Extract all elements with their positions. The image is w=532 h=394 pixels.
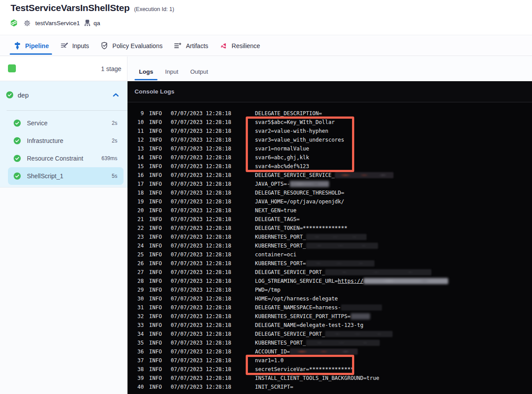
main-tab-artifacts[interactable]: Artifacts	[174, 36, 208, 56]
log-timestamp: 07/07/2023 12:28:18	[171, 304, 231, 311]
log-line: 37 INFO 07/07/2023 12:28:18 nvar1=1.0	[127, 356, 532, 365]
log-line: 36 INFO 07/07/2023 12:28:18 ACCOUNT_ID=	[127, 347, 532, 356]
log-line-number: 10	[127, 119, 144, 125]
stage-group-header[interactable]: dep	[0, 81, 127, 109]
redacted-text	[351, 313, 370, 319]
log-level: INFO	[149, 349, 162, 355]
redacted-text	[325, 269, 431, 275]
resilience-icon	[220, 42, 227, 49]
log-line-number: 27	[127, 269, 144, 275]
chevron-up-icon[interactable]	[113, 93, 119, 97]
log-message: svar6=abc,ghj,klk	[255, 154, 309, 161]
log-text: svar4=abc%def%123	[255, 163, 309, 169]
log-line: 35 INFO 07/07/2023 12:28:18 KUBERNETES_P…	[127, 338, 532, 347]
log-text: DELEGATE_SERVICE_PORT_	[255, 269, 325, 275]
log-line-number: 9	[127, 110, 144, 116]
log-timestamp: 07/07/2023 12:28:18	[171, 322, 231, 328]
log-message: svar4=abc%def%123	[255, 163, 309, 169]
log-level: INFO	[149, 278, 162, 284]
log-message: LOG_STREAMING_SERVICE_URL=https://	[255, 278, 448, 284]
step-row-service[interactable]: Service 2s	[8, 114, 124, 132]
log-level: INFO	[149, 366, 162, 372]
log-level: INFO	[149, 260, 162, 266]
log-timestamp: 07/07/2023 12:28:18	[171, 199, 231, 205]
main-tabbar: Pipeline Inputs Policy Evaluations Artif…	[0, 36, 532, 56]
log-text: KUBERNETES_PORT_	[255, 243, 306, 249]
log-link[interactable]: https://	[338, 278, 363, 284]
log-message: svar3=value_with_underscores	[255, 137, 344, 143]
log-level: INFO	[149, 154, 162, 161]
log-line: 9 INFO 07/07/2023 12:28:18 DELEGATE_DESC…	[127, 109, 532, 118]
main-tab-pipeline[interactable]: Pipeline	[14, 36, 49, 56]
redacted-text	[306, 234, 367, 240]
console-header[interactable]: Console Logs	[127, 81, 532, 102]
execution-content: 1 stage dep Service 2s	[0, 56, 532, 394]
log-tabbar: LogsInputOutput	[127, 56, 532, 81]
log-text: container=oci	[255, 251, 296, 258]
service-name[interactable]: testVarsService1	[35, 20, 80, 26]
log-line: 23 INFO 07/07/2023 12:28:18 KUBERNETES_P…	[127, 233, 532, 241]
log-timestamp: 07/07/2023 12:28:18	[171, 137, 231, 143]
gear-icon[interactable]	[23, 19, 31, 27]
log-text: svar2=value-with-hyphen	[255, 128, 328, 134]
log-text: PWD=/tmp	[255, 287, 281, 293]
console-log-body[interactable]: 9 INFO 07/07/2023 12:28:18 DELEGATE_DESC…	[127, 102, 532, 391]
log-line-number: 36	[127, 349, 144, 355]
step-duration: 639ms	[101, 155, 117, 161]
step-row-shellscript-1[interactable]: ShellScript_1 5s	[8, 167, 124, 185]
log-message: DELEGATE_TOKEN=**************	[255, 225, 348, 231]
log-line-number: 25	[127, 251, 144, 258]
log-timestamp: 07/07/2023 12:28:18	[171, 225, 231, 231]
success-check-icon	[6, 91, 13, 98]
log-timestamp: 07/07/2023 12:28:18	[171, 181, 231, 187]
log-message: svar1=normalValue	[255, 146, 309, 152]
log-text: KUBERNETES_PORT_	[255, 234, 306, 240]
execution-id: (Execution Id: 1)	[134, 6, 174, 12]
log-line: 31 INFO 07/07/2023 12:28:18 DELEGATE_NAM…	[127, 303, 532, 312]
log-message: DELEGATE_NAMESPACE=harness-	[255, 304, 382, 311]
execution-header: TestServiceVarsInShellStep (Execution Id…	[0, 0, 532, 35]
log-text: svar3=value_with_underscores	[255, 137, 344, 143]
step-row-resource-constraint[interactable]: Resource Constraint 639ms	[8, 150, 124, 167]
log-text: DELEGATE_NAMESPACE=harness-	[255, 304, 341, 311]
inputs-icon	[61, 42, 68, 49]
log-tab-input[interactable]: Input	[161, 68, 183, 81]
redacted-text	[306, 260, 375, 266]
log-message: DELEGATE_RESOURCE_THRESHOLD=	[255, 190, 344, 196]
log-line-number: 24	[127, 243, 144, 249]
log-message: INIT_SCRIPT=	[255, 384, 293, 390]
log-timestamp: 07/07/2023 12:28:18	[171, 331, 231, 337]
group-divider	[7, 110, 127, 111]
log-tab-output[interactable]: Output	[186, 68, 213, 81]
log-text: HOME=/opt/harness-delegate	[255, 296, 338, 302]
console-panel: Console Logs 9 INFO 07/07/2023 12:28:18 …	[127, 81, 532, 394]
log-message: DELEGATE_DESCRIPTION=	[255, 110, 322, 116]
step-details-panel: LogsInputOutput Console Logs 9 INFO 07/0…	[127, 56, 532, 394]
log-line: 26 INFO 07/07/2023 12:28:18 KUBERNETES_P…	[127, 259, 532, 268]
log-line-number: 34	[127, 331, 144, 337]
console-title: Console Logs	[135, 88, 174, 95]
step-row-infrastructure[interactable]: Infrastructure 2s	[8, 132, 124, 150]
log-level: INFO	[149, 357, 162, 364]
tab-label: Inputs	[72, 42, 89, 49]
log-tab-logs[interactable]: Logs	[135, 68, 157, 81]
log-line-number: 40	[127, 384, 144, 390]
environment-name[interactable]: qa	[94, 20, 100, 26]
main-tab-inputs[interactable]: Inputs	[61, 36, 89, 56]
policy-icon	[101, 42, 108, 49]
stage-status-square[interactable]	[8, 64, 16, 72]
main-tab-resilience[interactable]: Resilience	[220, 36, 260, 56]
log-timestamp: 07/07/2023 12:28:18	[171, 154, 231, 161]
log-message: DELEGATE_SERVICE_PORT_	[255, 331, 393, 337]
main-tab-policy-evaluations[interactable]: Policy Evaluations	[101, 36, 163, 56]
log-text: DELEGATE_TAGS=	[255, 216, 300, 222]
log-line-number: 15	[127, 163, 144, 169]
log-line: 32 INFO 07/07/2023 12:28:18 KUBERNETES_S…	[127, 312, 532, 321]
redacted-text	[306, 340, 380, 346]
log-message: secretServiceVar=**************	[255, 366, 354, 372]
log-level: INFO	[149, 190, 162, 196]
step-duration: 2s	[112, 138, 117, 144]
log-level: INFO	[149, 119, 162, 125]
log-message: KUBERNETES_SERVICE_PORT_HTTPS=	[255, 313, 370, 319]
log-message: nvar1=1.0	[255, 357, 284, 364]
